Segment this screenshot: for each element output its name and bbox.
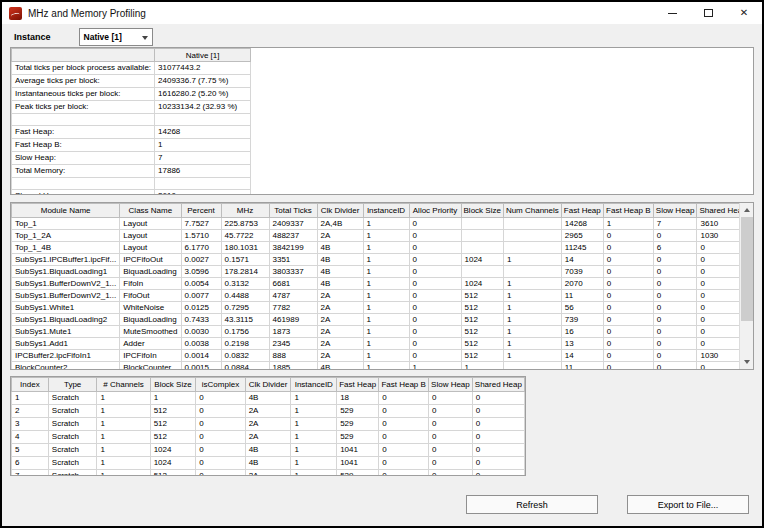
table-cell[interactable]: 0 <box>409 302 461 314</box>
table-cell[interactable]: 1 <box>503 302 561 314</box>
table-cell[interactable]: Scratch <box>48 470 97 477</box>
table-cell[interactable]: 0 <box>653 266 697 278</box>
table-cell[interactable]: 0 <box>603 314 653 326</box>
refresh-button[interactable]: Refresh <box>466 495 598 514</box>
table-cell[interactable]: 0 <box>409 230 461 242</box>
table-row[interactable]: Instantaneous ticks per block:1616280.2 … <box>12 88 251 101</box>
table-cell[interactable]: 0 <box>409 290 461 302</box>
table-cell[interactable]: 0 <box>409 218 461 230</box>
table-cell[interactable]: SubSys1.BiquadLoading1 <box>12 266 120 278</box>
table-cell[interactable]: 529 <box>337 418 379 431</box>
table-cell[interactable]: SubSys1.Add1 <box>12 338 120 350</box>
table-row[interactable]: Peak ticks per block:10233134.2 (32.93 %… <box>12 101 251 114</box>
table-row[interactable]: Top_1_4BLayout6.1770180.103138421994B101… <box>12 242 750 254</box>
scrollbar-thumb[interactable] <box>741 217 753 321</box>
table-cell[interactable]: 16 <box>561 326 603 338</box>
table-cell[interactable]: 0 <box>603 302 653 314</box>
table-cell[interactable]: 1 <box>97 418 150 431</box>
table-cell[interactable]: 0 <box>196 392 245 405</box>
table-cell[interactable]: WhiteNoise <box>120 302 181 314</box>
table-cell[interactable]: 2965 <box>561 230 603 242</box>
table-cell[interactable]: 5 <box>12 444 49 457</box>
table-cell[interactable]: 0 <box>409 338 461 350</box>
table-cell[interactable]: 1 <box>363 266 409 278</box>
table-cell[interactable]: 0 <box>472 470 524 477</box>
table-cell[interactable]: 0 <box>379 405 429 418</box>
table-cell[interactable]: IPCFifoOut <box>120 254 181 266</box>
table-cell[interactable]: 0 <box>379 444 429 457</box>
table-cell[interactable]: 1 <box>363 278 409 290</box>
table-cell[interactable]: 1 <box>503 350 561 362</box>
table-cell[interactable]: SubSys1.BufferDownV2_1... <box>12 290 120 302</box>
table-row[interactable]: SubSys1.Add1Adder0.00380.219823452A10512… <box>12 338 750 350</box>
table-cell[interactable]: Peak ticks per block: <box>12 101 155 114</box>
table-row[interactable]: SubSys1.BiquadLoading2BiquadLoading0.743… <box>12 314 750 326</box>
table-cell[interactable]: 3842199 <box>269 242 317 254</box>
table-cell[interactable]: 225.8753 <box>221 218 269 230</box>
table-cell[interactable]: 2A <box>317 230 363 242</box>
table-cell[interactable]: 512 <box>461 302 503 314</box>
scrollbar-up-icon[interactable] <box>740 203 754 217</box>
table-cell[interactable]: 11 <box>561 290 603 302</box>
scrollbar-down-icon[interactable] <box>740 355 754 369</box>
table-cell[interactable]: 0 <box>603 338 653 350</box>
table-cell[interactable]: Fast Heap: <box>12 126 155 139</box>
table-cell[interactable]: 11 <box>561 362 603 371</box>
table-cell[interactable]: 2A <box>245 470 291 477</box>
table-cell[interactable]: 529 <box>337 470 379 477</box>
table-row[interactable]: Slow Heap:7 <box>12 152 251 165</box>
table-cell[interactable]: 529 <box>337 431 379 444</box>
table-cell[interactable]: Instantaneous ticks per block: <box>12 88 155 101</box>
table-cell[interactable]: 0.1756 <box>221 326 269 338</box>
table-cell[interactable]: 4B <box>317 254 363 266</box>
table-cell[interactable]: 0 <box>603 362 653 371</box>
table-cell[interactable]: 4B <box>245 457 291 470</box>
table-cell[interactable]: 11245 <box>561 242 603 254</box>
table-cell[interactable] <box>461 230 503 242</box>
table-cell[interactable]: 512 <box>150 418 196 431</box>
table-cell[interactable]: 0 <box>409 326 461 338</box>
table-cell[interactable]: 1 <box>603 218 653 230</box>
table-cell[interactable]: Scratch <box>48 457 97 470</box>
table-cell[interactable]: 2A,4B <box>317 218 363 230</box>
table-cell[interactable]: 4B <box>245 444 291 457</box>
table-cell[interactable]: Average ticks per block: <box>12 75 155 88</box>
table-cell[interactable]: 1616280.2 (5.20 %) <box>155 88 251 101</box>
table-cell[interactable]: 0 <box>409 278 461 290</box>
table-cell[interactable]: 2A <box>245 418 291 431</box>
table-cell[interactable]: 1 <box>503 326 561 338</box>
table-cell[interactable]: 1 <box>150 392 196 405</box>
table-cell[interactable]: 512 <box>150 405 196 418</box>
table-cell[interactable]: 1 <box>291 470 337 477</box>
table-row[interactable]: SubSys1.BufferDownV2_1...FifoIn0.00540.3… <box>12 278 750 290</box>
table-cell[interactable]: 0 <box>429 418 473 431</box>
table-cell[interactable]: 56 <box>561 302 603 314</box>
table-cell[interactable]: 1 <box>363 350 409 362</box>
module-table-scrollbar[interactable] <box>739 203 753 369</box>
table-cell[interactable]: Total ticks per block process available: <box>12 62 155 75</box>
table-cell[interactable]: 1 <box>291 418 337 431</box>
table-cell[interactable]: 7 <box>653 218 697 230</box>
table-cell[interactable] <box>503 242 561 254</box>
table-cell[interactable]: Scratch <box>48 444 97 457</box>
table-cell[interactable]: 1 <box>503 254 561 266</box>
table-row[interactable] <box>12 178 251 190</box>
table-cell[interactable]: 4B <box>317 362 363 371</box>
table-cell[interactable]: 13 <box>561 338 603 350</box>
table-cell[interactable]: SubSys1.BiquadLoading2 <box>12 314 120 326</box>
table-cell[interactable]: 1 <box>97 470 150 477</box>
table-row[interactable]: SubSys1.Mute1MuteSmoothed0.00300.1756187… <box>12 326 750 338</box>
table-cell[interactable]: 1024 <box>150 457 196 470</box>
table-cell[interactable]: 0 <box>603 278 653 290</box>
table-cell[interactable]: 0 <box>196 444 245 457</box>
table-cell[interactable]: 1024 <box>461 278 503 290</box>
table-cell[interactable]: 2A <box>317 350 363 362</box>
table-row[interactable]: SubSys1.BufferDownV2_1...FifoOut0.00770.… <box>12 290 750 302</box>
table-cell[interactable]: 6.1770 <box>181 242 221 254</box>
table-cell[interactable]: 14268 <box>155 126 251 139</box>
table-cell[interactable]: 1.5710 <box>181 230 221 242</box>
table-cell[interactable]: Top_1_2A <box>12 230 120 242</box>
table-cell[interactable]: 0 <box>196 431 245 444</box>
table-cell[interactable]: 2A <box>245 405 291 418</box>
table-cell[interactable]: 18 <box>337 392 379 405</box>
